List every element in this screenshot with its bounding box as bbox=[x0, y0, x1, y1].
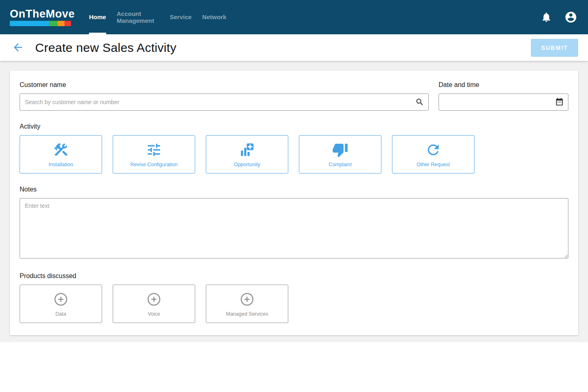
notes-textarea[interactable] bbox=[20, 198, 568, 258]
activity-label: Activity bbox=[20, 123, 568, 130]
page-header: Create new Sales Activity SUBMIT bbox=[0, 34, 588, 61]
calendar-icon[interactable] bbox=[555, 97, 564, 107]
main-content: Customer name Date and time bbox=[0, 61, 588, 342]
product-option-managed-services[interactable]: Managed Services bbox=[206, 285, 288, 323]
bell-icon bbox=[541, 11, 552, 23]
date-time-input[interactable] bbox=[439, 94, 568, 111]
add-circle-icon bbox=[146, 291, 162, 307]
activity-option-label: Revise Configuration bbox=[130, 162, 178, 167]
activity-option-complaint[interactable]: Complaint bbox=[299, 135, 381, 174]
activity-option-installation[interactable]: Installation bbox=[20, 135, 102, 174]
brand-logo[interactable]: OnTheMove bbox=[10, 8, 75, 27]
add-circle-icon bbox=[53, 291, 69, 307]
sales-activity-form-card: Customer name Date and time bbox=[10, 71, 578, 335]
nav-item-label: Network bbox=[202, 13, 226, 20]
add-chart-icon bbox=[239, 142, 255, 158]
customer-name-label: Customer name bbox=[20, 81, 429, 89]
top-navbar: OnTheMove Home Account Management Servic… bbox=[0, 0, 588, 34]
logo-bar-segment-red bbox=[65, 21, 71, 26]
activity-option-label: Complaint bbox=[329, 162, 352, 167]
activity-options: Installation Revise Configuration Opport… bbox=[20, 135, 568, 174]
nav-item-label: Account Management bbox=[117, 10, 159, 24]
activity-option-other-request[interactable]: Other Request bbox=[392, 135, 474, 174]
nav-item-label: Service bbox=[170, 13, 192, 20]
sliders-icon bbox=[146, 142, 162, 158]
products-discussed-label: Products discussed bbox=[20, 272, 568, 280]
nav-item-service[interactable]: Service bbox=[170, 0, 192, 34]
product-options: Data Voice Managed Services bbox=[20, 285, 568, 323]
logo-bar-segment-cyan bbox=[10, 21, 49, 26]
account-icon bbox=[564, 10, 577, 24]
nav-item-label: Home bbox=[89, 13, 106, 20]
date-time-label: Date and time bbox=[439, 81, 568, 89]
brand-name: OnTheMove bbox=[10, 8, 75, 20]
notes-label: Notes bbox=[20, 186, 568, 193]
logo-bar-segment-orange bbox=[58, 21, 65, 26]
activity-option-opportunity[interactable]: Opportunity bbox=[206, 135, 288, 174]
activity-option-label: Installation bbox=[49, 162, 73, 167]
add-circle-icon bbox=[239, 291, 255, 307]
account-button[interactable] bbox=[564, 11, 577, 24]
main-nav: Home Account Management Service Network bbox=[89, 0, 226, 34]
thumbs-down-icon bbox=[332, 142, 348, 158]
tools-icon bbox=[53, 142, 69, 158]
activity-option-revise-configuration[interactable]: Revise Configuration bbox=[113, 135, 195, 174]
nav-item-account-management[interactable]: Account Management bbox=[117, 0, 159, 34]
nav-item-network[interactable]: Network bbox=[202, 0, 226, 34]
back-button[interactable] bbox=[11, 41, 24, 54]
logo-bar-segment-green bbox=[49, 21, 58, 26]
nav-item-home[interactable]: Home bbox=[89, 0, 106, 34]
activity-option-label: Other Request bbox=[416, 162, 450, 167]
customer-search-input[interactable] bbox=[20, 94, 429, 111]
arrow-back-icon bbox=[12, 41, 24, 53]
product-option-voice[interactable]: Voice bbox=[113, 285, 195, 323]
submit-button[interactable]: SUBMIT bbox=[531, 39, 578, 57]
notifications-button[interactable] bbox=[540, 11, 553, 24]
brand-logo-bar bbox=[10, 21, 71, 26]
search-icon bbox=[415, 97, 425, 107]
product-option-label: Data bbox=[56, 311, 66, 317]
page-title: Create new Sales Activity bbox=[35, 41, 176, 55]
product-option-label: Voice bbox=[148, 311, 160, 317]
product-option-data[interactable]: Data bbox=[20, 285, 102, 323]
navbar-actions bbox=[540, 11, 577, 24]
activity-option-label: Opportunity bbox=[234, 162, 261, 167]
refresh-icon bbox=[425, 142, 441, 158]
product-option-label: Managed Services bbox=[226, 311, 268, 317]
